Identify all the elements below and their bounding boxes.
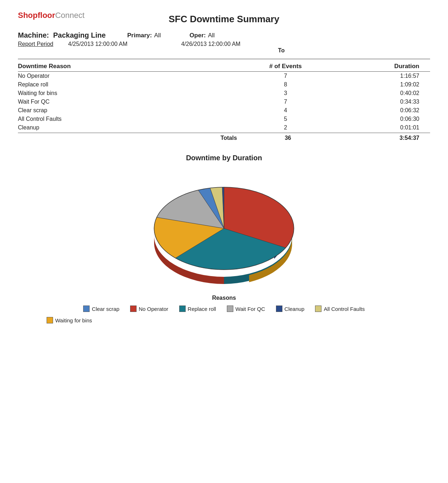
table-row: Wait For QC 7 0:34:33 [18, 98, 430, 106]
row-events: 2 [241, 124, 330, 131]
row-duration: 1:09:02 [330, 81, 430, 88]
row-reason: Replace roll [18, 81, 241, 88]
machine-label: Machine: Packaging Line [18, 31, 106, 39]
table-rows: No Operator 7 1:16:57 Replace roll 8 1:0… [18, 72, 430, 132]
row-duration: 0:06:32 [330, 107, 430, 114]
totals-label: Totals [18, 135, 244, 141]
col-header-events: # of Events [241, 63, 330, 70]
row-reason: Wait For QC [18, 99, 241, 105]
row-events: 5 [241, 116, 330, 122]
date-from: 4/25/2013 12:00:00 AM [68, 41, 127, 47]
legend-label: Replace roll [188, 306, 216, 312]
table-row: Replace roll 8 1:09:02 [18, 80, 430, 89]
row-events: 7 [241, 99, 330, 105]
legend-color [315, 306, 321, 312]
legend-color [83, 306, 90, 312]
legend-color [47, 317, 53, 323]
table-totals: Totals 36 3:54:37 [18, 133, 430, 143]
to-label: To [278, 47, 285, 53]
row-duration: 0:34:33 [330, 99, 430, 105]
legend-item: Clear scrap [83, 306, 119, 312]
table-row: Cleanup 2 0:01:01 [18, 123, 430, 132]
table-header: Downtime Reason # of Events Duration [18, 61, 430, 72]
row-duration: 0:01:01 [330, 124, 430, 131]
row-events: 4 [241, 107, 330, 114]
legend-color [227, 306, 233, 312]
legend-color [130, 306, 137, 312]
legend-label: Clear scrap [92, 306, 119, 312]
legend-label: Wait For QC [235, 306, 265, 312]
row-duration: 1:16:57 [330, 73, 430, 79]
legend-item: Cleanup [276, 306, 305, 312]
row-events: 8 [241, 81, 330, 88]
legend-title: Reasons [18, 295, 430, 301]
downtime-table: Downtime Reason # of Events Duration No … [18, 61, 430, 143]
pie-chart [134, 169, 314, 284]
table-row: All Control Faults 5 0:06:30 [18, 115, 430, 123]
table-row: No Operator 7 1:16:57 [18, 72, 430, 80]
chart-title: Downtime by Duration [18, 154, 430, 162]
report-period-label: Report Period [18, 41, 61, 47]
date-to: 4/26/2013 12:00:00 AM [181, 41, 240, 47]
row-events: 3 [241, 90, 330, 96]
legend-section: Reasons Clear scrap No Operator Replace … [18, 295, 430, 323]
oper-value: All [208, 32, 215, 39]
table-row: Clear scrap 4 0:06:32 [18, 106, 430, 115]
row-events: 7 [241, 73, 330, 79]
row-duration: 0:40:02 [330, 90, 430, 96]
legend-color [276, 306, 282, 312]
header-divider [18, 59, 430, 59]
legend-items: Clear scrap No Operator Replace roll Wai… [18, 306, 430, 323]
col-header-duration: Duration [330, 63, 430, 70]
primary-value: All [154, 32, 161, 39]
legend-label: No Operator [139, 306, 168, 312]
oper-label: Oper: [190, 32, 206, 39]
row-reason: Cleanup [18, 124, 241, 131]
legend-label: Waiting for bins [55, 317, 92, 323]
logo-shopfloor: Shopfloor [18, 11, 55, 20]
report-period-row: Report Period 4/25/2013 12:00:00 AM 4/26… [18, 41, 430, 47]
legend-color [179, 306, 186, 312]
row-reason: Waiting for bins [18, 90, 241, 96]
legend-item: Wait For QC [227, 306, 265, 312]
table-row: Waiting for bins 3 0:40:02 [18, 89, 430, 98]
row-duration: 0:06:30 [330, 116, 430, 122]
legend-item: Replace roll [179, 306, 216, 312]
legend-label: Cleanup [285, 306, 305, 312]
chart-container [18, 169, 430, 284]
legend-item: No Operator [130, 306, 168, 312]
col-header-reason: Downtime Reason [18, 63, 241, 70]
primary-label: Primary: [127, 32, 152, 39]
logo-connect: Connect [55, 11, 85, 20]
row-reason: Clear scrap [18, 107, 241, 114]
totals-duration: 3:54:37 [332, 135, 430, 141]
legend-label: All Control Faults [324, 306, 364, 312]
row-reason: No Operator [18, 73, 241, 79]
row-reason: All Control Faults [18, 116, 241, 122]
legend-item: Waiting for bins [47, 317, 92, 323]
totals-events: 36 [244, 135, 332, 141]
legend-item: All Control Faults [315, 306, 364, 312]
meta-info-row: Machine: Packaging Line Primary: All Ope… [18, 31, 430, 39]
